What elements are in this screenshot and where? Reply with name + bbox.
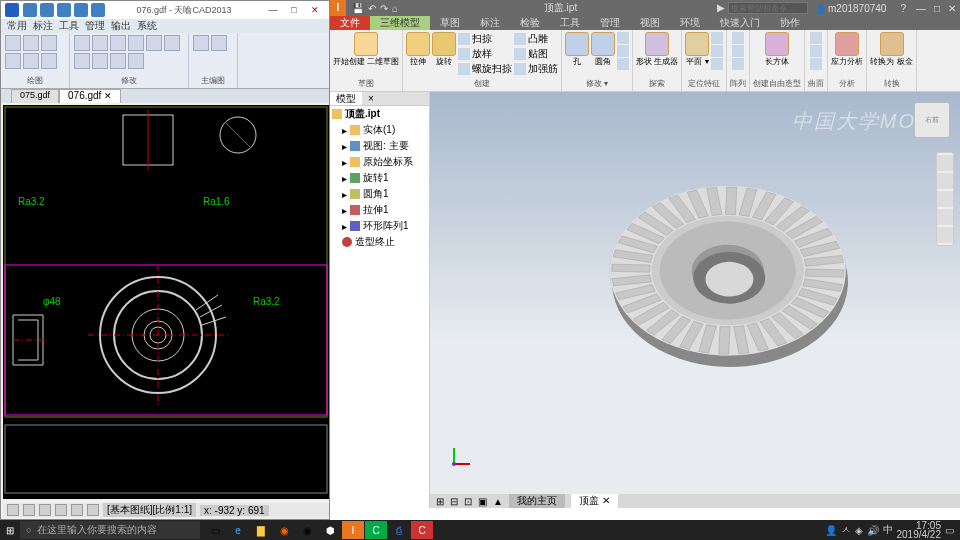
doc-tab[interactable]: 075.gdf: [11, 89, 59, 103]
patch-icon[interactable]: [810, 45, 822, 57]
snap-icon[interactable]: [7, 504, 19, 516]
extrude-button[interactable]: 拉伸: [406, 32, 430, 66]
tree-item[interactable]: ▸圆角1: [330, 186, 429, 202]
maximize-button[interactable]: □: [930, 3, 944, 14]
store-icon[interactable]: ⬢: [319, 521, 341, 539]
ucs-icon[interactable]: [711, 58, 723, 70]
qat-save-icon[interactable]: [57, 3, 71, 17]
tab-tools[interactable]: 工具: [550, 16, 590, 30]
shell-icon[interactable]: [617, 32, 629, 44]
inventor-doc-tabs[interactable]: ⊞ ⊟ ⊡ ▣ ▲ 我的主页 顶盖 ✕: [430, 494, 960, 508]
lwt-icon[interactable]: [87, 504, 99, 516]
point-icon[interactable]: [711, 45, 723, 57]
arc-icon[interactable]: [23, 35, 39, 51]
mirror-icon[interactable]: [732, 58, 744, 70]
tycad-canvas[interactable]: Ra3.2 Ra1.6 Ra3.2 φ48: [3, 105, 329, 499]
circle-icon[interactable]: [41, 35, 57, 51]
tree-tab[interactable]: 模型: [330, 92, 362, 105]
spline-icon[interactable]: [41, 53, 57, 69]
menu-item[interactable]: 输出: [111, 19, 131, 33]
start-button[interactable]: ⊞: [0, 520, 20, 540]
tycad-menubar[interactable]: 常用 标注 工具 管理 输出 系统: [1, 19, 329, 33]
box-button[interactable]: 长方体: [765, 32, 789, 66]
home-icon[interactable]: [937, 155, 953, 171]
view-ico[interactable]: ⊡: [464, 496, 472, 507]
convert-button[interactable]: 转换为 板金: [870, 32, 912, 66]
pattern-rect-icon[interactable]: [732, 32, 744, 44]
close-button[interactable]: ✕: [944, 3, 960, 14]
app-icon[interactable]: C: [411, 521, 433, 539]
inventor-ribbon-tabs[interactable]: 文件 三维模型 草图 标注 检验 工具 管理 视图 环境 快速入门 协作: [330, 16, 960, 30]
tab-close-icon[interactable]: ✕: [602, 495, 610, 506]
plane-button[interactable]: 平面 ▾: [685, 32, 709, 66]
doc-tab[interactable]: 我的主页: [509, 494, 565, 508]
tab-getstarted[interactable]: 快速入门: [710, 16, 770, 30]
notifications-icon[interactable]: ▭: [945, 525, 954, 536]
menu-item[interactable]: 工具: [59, 19, 79, 33]
view-ico[interactable]: ▣: [478, 496, 487, 507]
sketch-button[interactable]: 开始创建 二维草图: [333, 32, 399, 66]
taskview-icon[interactable]: ▭: [204, 521, 226, 539]
tab-file[interactable]: 文件: [330, 16, 370, 30]
coil-button[interactable]: 螺旋扫掠: [458, 62, 512, 76]
osnap-icon[interactable]: [55, 504, 67, 516]
axis-icon[interactable]: [711, 32, 723, 44]
explorer-icon[interactable]: ▇: [250, 521, 272, 539]
app-icon[interactable]: ⎙: [388, 521, 410, 539]
copy-icon[interactable]: [128, 35, 144, 51]
inventor-qat[interactable]: 💾 ↶ ↷ ⌂: [346, 3, 404, 14]
tree-root[interactable]: 顶盖.ipt: [330, 106, 429, 122]
emboss-button[interactable]: 凸雕: [514, 32, 558, 46]
layer-icon[interactable]: [193, 35, 209, 51]
model-browser[interactable]: 模型× 顶盖.ipt ▸实体(1) ▸视图: 主要 ▸原始坐标系 ▸旋转1 ▸圆…: [330, 92, 430, 508]
minimize-button[interactable]: —: [263, 3, 283, 17]
maximize-button[interactable]: □: [284, 3, 304, 17]
trim-icon[interactable]: [810, 58, 822, 70]
tray-volume-icon[interactable]: 🔊: [867, 525, 879, 536]
view-ico[interactable]: ⊟: [450, 496, 458, 507]
search-field[interactable]: ▶: [717, 2, 808, 15]
fillet-button[interactable]: 圆角: [591, 32, 615, 66]
tab-annotate[interactable]: 标注: [470, 16, 510, 30]
tree-item[interactable]: ▸实体(1): [330, 122, 429, 138]
array-icon[interactable]: [92, 53, 108, 69]
sweep-button[interactable]: 扫掠: [458, 32, 512, 46]
thread-icon[interactable]: [617, 58, 629, 70]
inventor-viewport[interactable]: 中国大学MOOC 右前: [430, 92, 960, 508]
ortho-icon[interactable]: [39, 504, 51, 516]
track-icon[interactable]: [71, 504, 83, 516]
edge-icon[interactable]: e: [227, 521, 249, 539]
tree-item[interactable]: ▸旋转1: [330, 170, 429, 186]
trim-icon[interactable]: [92, 35, 108, 51]
view-ico[interactable]: ⊞: [436, 496, 444, 507]
rotate-icon[interactable]: [164, 35, 180, 51]
stress-button[interactable]: 应力分析: [831, 32, 863, 66]
tycad-doc-tabs[interactable]: 075.gdf 076.gdf ✕: [1, 89, 329, 103]
qat-open-icon[interactable]: [40, 3, 54, 17]
shapegen-button[interactable]: 形状 生成器: [636, 32, 678, 66]
windows-taskbar[interactable]: ⊞ ○ 在这里输入你要搜索的内容 ▭ e ▇ ◉ ◉ ⬢ I C ⎙ C 👤 ㅅ…: [0, 520, 960, 540]
chamfer-icon[interactable]: [128, 53, 144, 69]
view-ico[interactable]: ▲: [493, 496, 503, 507]
mirror-icon[interactable]: [146, 35, 162, 51]
tab-3dmodel[interactable]: 三维模型: [370, 16, 430, 30]
tree-item[interactable]: 造型终止: [330, 234, 429, 250]
edit-icon[interactable]: [74, 35, 90, 51]
viewcube[interactable]: 右前: [914, 102, 950, 138]
pattern-circ-icon[interactable]: [732, 45, 744, 57]
poly-icon[interactable]: [23, 53, 39, 69]
qat-redo-icon[interactable]: [91, 3, 105, 17]
menu-item[interactable]: 系统: [137, 19, 157, 33]
tray-ime-icon[interactable]: 中: [883, 523, 893, 537]
loft-button[interactable]: 放样: [458, 47, 512, 61]
tray-people-icon[interactable]: 👤: [825, 525, 837, 536]
taskbar-search[interactable]: ○ 在这里输入你要搜索的内容: [20, 521, 200, 539]
chrome-icon[interactable]: ◉: [296, 521, 318, 539]
tree-close[interactable]: ×: [362, 92, 380, 105]
taskbar-clock[interactable]: 17:052019/4/22: [897, 521, 942, 539]
grid-icon[interactable]: [23, 504, 35, 516]
qat-undo-icon[interactable]: ↶: [368, 3, 376, 14]
qat-undo-icon[interactable]: [74, 3, 88, 17]
zoom-icon[interactable]: [937, 209, 953, 225]
menu-item[interactable]: 管理: [85, 19, 105, 33]
